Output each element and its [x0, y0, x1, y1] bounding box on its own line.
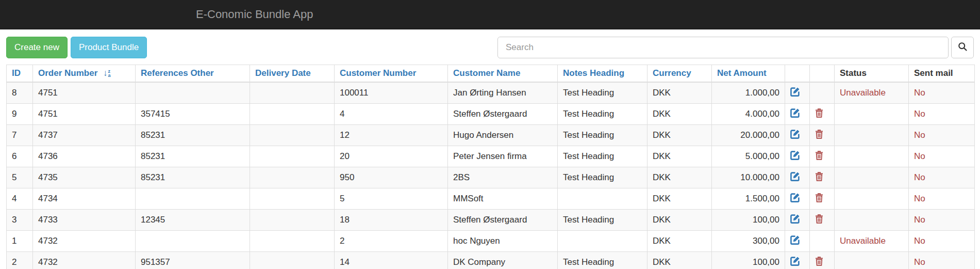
cell-status	[835, 125, 909, 146]
search-button[interactable]	[951, 37, 974, 58]
cell-delivery_date	[250, 210, 335, 231]
delete-row-button[interactable]	[815, 193, 823, 202]
cell-references_other: 951357	[136, 252, 250, 269]
cell-sent_mail: No	[909, 252, 975, 269]
cell-delete	[810, 188, 835, 210]
edit-row-button[interactable]	[790, 193, 800, 202]
cell-delivery_date	[250, 231, 335, 252]
cell-currency: DKK	[647, 146, 712, 167]
column-header-currency[interactable]: Currency	[647, 65, 712, 83]
cell-notes_heading	[558, 231, 647, 252]
cell-order_number: 4751	[33, 82, 136, 104]
cell-id: 6	[7, 146, 33, 167]
column-header-notes_heading[interactable]: Notes Heading	[558, 65, 647, 83]
edit-row-button[interactable]	[790, 129, 800, 139]
cell-edit	[785, 231, 810, 252]
column-header-net_amount[interactable]: Net Amount	[712, 65, 785, 83]
cell-currency: DKK	[647, 231, 712, 252]
column-header-status: Status	[835, 65, 909, 83]
cell-delivery_date	[250, 167, 335, 188]
product-bundle-button[interactable]: Product Bundle	[71, 37, 147, 58]
cell-delete	[810, 82, 835, 104]
cell-sent_mail: No	[909, 82, 975, 104]
column-header-references_other[interactable]: References Other	[136, 65, 250, 83]
delete-row-button[interactable]	[815, 151, 823, 160]
cell-references_other: 85231	[136, 146, 250, 167]
cell-net_amount: 10.000,00	[712, 167, 785, 188]
cell-id: 7	[7, 125, 33, 146]
cell-status	[835, 252, 909, 269]
search-input[interactable]	[497, 37, 949, 58]
edit-row-button[interactable]	[790, 87, 800, 97]
cell-status	[835, 167, 909, 188]
cell-customer_number: 14	[335, 252, 448, 269]
delete-row-button[interactable]	[815, 130, 823, 139]
cell-sent_mail: No	[909, 125, 975, 146]
cell-id: 2	[7, 252, 33, 269]
edit-row-button[interactable]	[790, 256, 800, 266]
cell-customer_name: hoc Nguyen	[448, 231, 558, 252]
column-header-id[interactable]: ID	[7, 65, 33, 83]
cell-notes_heading: Test Heading	[558, 146, 647, 167]
column-header-delivery_date[interactable]: Delivery Date	[250, 65, 335, 83]
cell-delete	[810, 231, 835, 252]
create-new-button[interactable]: Create new	[6, 37, 68, 58]
cell-id: 5	[7, 167, 33, 188]
table-row: 947513574154Steffen ØstergaardTest Headi…	[7, 104, 975, 125]
column-header-delete	[810, 65, 835, 83]
cell-customer_number: 5	[335, 188, 448, 210]
column-header-customer_name[interactable]: Customer Name	[448, 65, 558, 83]
delete-row-button[interactable]	[815, 172, 823, 181]
cell-references_other	[136, 82, 250, 104]
cell-status	[835, 104, 909, 125]
delete-row-button[interactable]	[815, 257, 823, 266]
cell-customer_number: 12	[335, 125, 448, 146]
cell-customer_name: Hugo Andersen	[448, 125, 558, 146]
cell-order_number: 4732	[33, 231, 136, 252]
cell-net_amount: 20.000,00	[712, 125, 785, 146]
cell-references_other: 85231	[136, 167, 250, 188]
cell-net_amount: 5.000,00	[712, 146, 785, 167]
table-header-row: IDOrder Number ↓za References OtherDeliv…	[7, 65, 975, 83]
column-header-customer_number[interactable]: Customer Number	[335, 65, 448, 83]
cell-order_number: 4732	[33, 252, 136, 269]
column-header-order_number[interactable]: Order Number ↓za	[33, 65, 136, 83]
cell-edit	[785, 210, 810, 231]
sort-alpha-desc-icon: ↓za	[103, 69, 111, 77]
cell-customer_name: Steffen Østergaard	[448, 210, 558, 231]
edit-row-button[interactable]	[790, 150, 800, 160]
cell-notes_heading: Test Heading	[558, 125, 647, 146]
edit-row-button[interactable]	[790, 214, 800, 224]
cell-references_other: 85231	[136, 125, 250, 146]
app-title[interactable]: E-Conomic Bundle App	[196, 0, 313, 29]
delete-row-button[interactable]	[815, 214, 823, 224]
cell-order_number: 4734	[33, 188, 136, 210]
cell-customer_number: 4	[335, 104, 448, 125]
cell-id: 8	[7, 82, 33, 104]
cell-references_other	[136, 188, 250, 210]
cell-references_other	[136, 231, 250, 252]
cell-notes_heading: Test Heading	[558, 167, 647, 188]
cell-id: 3	[7, 210, 33, 231]
cell-sent_mail: No	[909, 210, 975, 231]
cell-net_amount: 1.500,00	[712, 188, 785, 210]
delete-row-button[interactable]	[815, 108, 823, 118]
table-row: 647368523120Peter Jensen firmaTest Headi…	[7, 146, 975, 167]
cell-id: 1	[7, 231, 33, 252]
cell-customer_name: Peter Jensen firma	[448, 146, 558, 167]
cell-sent_mail: No	[909, 188, 975, 210]
table-row: 147322hoc NguyenDKK300,00 UnavailableNo	[7, 231, 975, 252]
cell-id: 4	[7, 188, 33, 210]
edit-row-button[interactable]	[790, 171, 800, 181]
cell-edit	[785, 125, 810, 146]
cell-edit	[785, 252, 810, 269]
cell-edit	[785, 188, 810, 210]
cell-delivery_date	[250, 104, 335, 125]
cell-notes_heading: Test Heading	[558, 210, 647, 231]
table-row: 84751100011Jan Ørting HansenTest Heading…	[7, 82, 975, 104]
cell-sent_mail: No	[909, 104, 975, 125]
cell-net_amount: 300,00	[712, 231, 785, 252]
edit-row-button[interactable]	[790, 108, 800, 118]
edit-row-button[interactable]	[790, 235, 800, 245]
cell-currency: DKK	[647, 167, 712, 188]
